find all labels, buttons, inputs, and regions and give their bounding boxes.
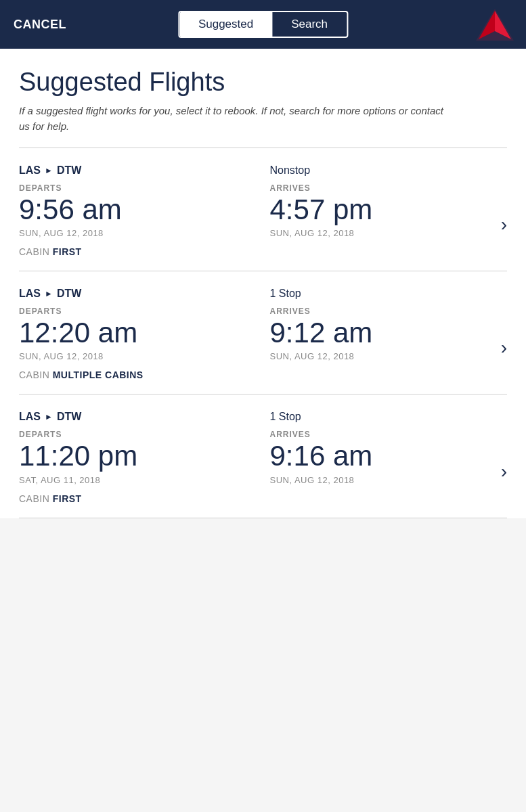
cabin-1: CABIN First [19,246,257,257]
flight-right-2: 1 Stop ARRIVES 9:12 am SUN, AUG 12, 2018… [270,288,508,380]
depart-date-2: SUN, AUG 12, 2018 [19,351,257,361]
route-arrow-1: ► [45,166,53,175]
arrive-date-1: SUN, AUG 12, 2018 [270,228,508,238]
chevron-right-icon-1: › [501,214,507,235]
flight-left-3: LAS ► DTW DEPARTS 11:20 pm SAT, AUG 11, … [19,411,270,503]
flight-card-3[interactable]: LAS ► DTW DEPARTS 11:20 pm SAT, AUG 11, … [19,394,507,518]
cabin-value-3: First [53,493,82,504]
page-title: Suggested Flights [19,68,507,97]
delta-logo [475,5,515,46]
depart-time-3: 11:20 pm [19,441,257,472]
route-2: LAS ► DTW [19,288,257,300]
stop-label-2: 1 Stop [270,288,508,300]
flight-right-3: 1 Stop ARRIVES 9:16 am SUN, AUG 12, 2018… [270,411,508,503]
tab-suggested[interactable]: Suggested [179,12,272,37]
flight-card-1[interactable]: LAS ► DTW DEPARTS 9:56 am SUN, AUG 12, 2… [19,148,507,271]
page-subtitle: If a suggested flight works for you, sel… [19,104,452,134]
flight-left-2: LAS ► DTW DEPARTS 12:20 am SUN, AUG 12, … [19,288,270,380]
header: CANCEL Suggested Search [0,0,526,49]
route-arrow-3: ► [45,412,53,422]
cabin-label-1: CABIN [19,246,49,257]
tab-search[interactable]: Search [272,12,347,37]
departs-label-2: DEPARTS [19,307,257,316]
route-to-1: DTW [57,164,81,177]
route-arrow-2: ► [45,289,53,298]
route-1: LAS ► DTW [19,164,257,177]
route-3: LAS ► DTW [19,411,257,423]
arrives-label-3: ARRIVES [270,430,508,439]
depart-time-1: 9:56 am [19,194,257,225]
route-to-3: DTW [57,411,81,423]
cabin-value-2: Multiple Cabins [53,369,144,380]
chevron-right-icon-2: › [501,337,507,359]
departs-label-3: DEPARTS [19,430,257,439]
cabin-3: CABIN First [19,493,257,504]
arrive-time-2: 9:12 am [270,317,508,348]
route-to-2: DTW [57,288,81,300]
cabin-value-1: First [53,246,82,257]
route-from-1: LAS [19,164,41,177]
cabin-label-2: CABIN [19,369,49,380]
stop-label-3: 1 Stop [270,411,508,423]
cabin-2: CABIN Multiple Cabins [19,369,257,380]
flight-right-1: Nonstop ARRIVES 4:57 pm SUN, AUG 12, 201… [270,164,508,257]
cancel-button[interactable]: CANCEL [14,18,66,32]
route-from-3: LAS [19,411,41,423]
depart-date-1: SUN, AUG 12, 2018 [19,228,257,238]
route-from-2: LAS [19,288,41,300]
tab-group: Suggested Search [178,11,348,38]
depart-date-3: SAT, AUG 11, 2018 [19,475,257,485]
arrive-date-2: SUN, AUG 12, 2018 [270,351,508,361]
arrive-date-3: SUN, AUG 12, 2018 [270,475,508,485]
arrive-time-1: 4:57 pm [270,194,508,225]
flight-card-2[interactable]: LAS ► DTW DEPARTS 12:20 am SUN, AUG 12, … [19,271,507,394]
cabin-label-3: CABIN [19,493,49,504]
chevron-right-icon-3: › [501,461,507,482]
flight-left-1: LAS ► DTW DEPARTS 9:56 am SUN, AUG 12, 2… [19,164,270,257]
arrive-time-3: 9:16 am [270,441,508,472]
main-content: Suggested Flights If a suggested flight … [0,49,526,518]
arrives-label-1: ARRIVES [270,183,508,193]
depart-time-2: 12:20 am [19,317,257,348]
departs-label-1: DEPARTS [19,183,257,193]
stop-label-1: Nonstop [270,164,508,177]
arrives-label-2: ARRIVES [270,307,508,316]
